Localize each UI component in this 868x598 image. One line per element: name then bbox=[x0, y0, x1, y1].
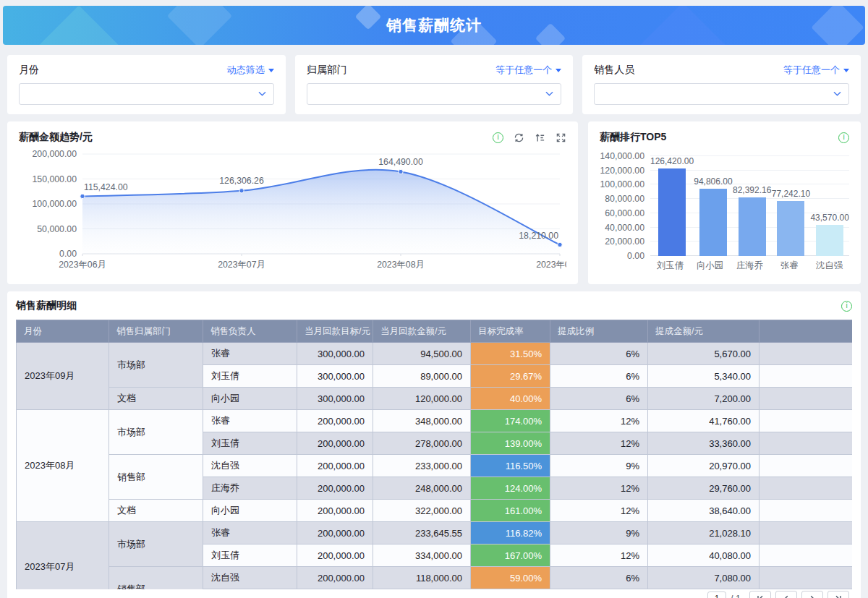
chevron-down-icon bbox=[258, 91, 266, 97]
completion-rate-badge: 124.00% bbox=[471, 477, 550, 499]
page-total-label: / 1 bbox=[731, 594, 741, 598]
department-filter-card: 归属部门 等于任意一个 bbox=[295, 55, 574, 114]
trend-chart-title: 薪酬金额趋势/元 bbox=[19, 131, 93, 144]
column-header: 销售负责人 bbox=[203, 320, 297, 343]
cell-target: 200,000.00 bbox=[297, 477, 373, 500]
bar-category-label: 刘玉倩 bbox=[650, 260, 690, 272]
page-number-input[interactable] bbox=[707, 591, 726, 598]
cell-target: 200,000.00 bbox=[297, 410, 373, 432]
filter-label: 销售人员 bbox=[594, 64, 634, 77]
cell-amount: 348,000.00 bbox=[373, 410, 471, 432]
cell-extra bbox=[760, 544, 853, 567]
x-tick-label: 2023年09月 bbox=[536, 260, 566, 270]
cell-extra bbox=[760, 567, 853, 589]
cell-month: 2023年07月 bbox=[17, 522, 109, 590]
y-tick-label: 140,000.00 bbox=[600, 151, 644, 161]
cell-commission: 7,200.00 bbox=[648, 388, 760, 410]
y-tick-label: 50,000.00 bbox=[37, 224, 77, 234]
bar[interactable] bbox=[658, 168, 686, 256]
cell-completion-rate: 139.00% bbox=[471, 432, 550, 455]
y-tick-label: 20,000.00 bbox=[605, 236, 644, 247]
info-icon[interactable]: i bbox=[841, 301, 852, 312]
next-page-button[interactable] bbox=[801, 591, 823, 598]
x-tick-label: 2023年07月 bbox=[218, 260, 265, 270]
table-row: 2023年07月市场部张睿200,000.00233,645.55116.82%… bbox=[17, 522, 853, 544]
cell-ratio: 12% bbox=[550, 432, 648, 455]
cell-commission: 5,340.00 bbox=[648, 365, 760, 388]
cell-commission: 38,640.00 bbox=[648, 500, 760, 522]
completion-rate-badge: 161.00% bbox=[471, 500, 550, 521]
trend-point bbox=[239, 189, 244, 193]
trend-point-label: 126,306.26 bbox=[219, 176, 264, 186]
trend-area bbox=[82, 170, 560, 254]
cell-person: 刘玉倩 bbox=[203, 432, 297, 455]
cell-amount: 233,645.55 bbox=[373, 522, 471, 544]
bar-value-label: 94,806.00 bbox=[694, 176, 732, 187]
last-page-button[interactable] bbox=[827, 591, 849, 598]
expand-icon[interactable] bbox=[556, 132, 566, 143]
trend-point-label: 18,210.00 bbox=[519, 231, 558, 241]
column-header: 销售归属部门 bbox=[109, 320, 203, 343]
cell-commission: 29,760.00 bbox=[648, 477, 760, 500]
table-header-row: 月份销售归属部门销售负责人当月回款目标/元当月回款金额/元目标完成率提成比例提成… bbox=[17, 320, 853, 343]
cell-target: 200,000.00 bbox=[297, 455, 373, 477]
cell-completion-rate: 40.00% bbox=[471, 388, 550, 410]
cell-amount: 334,000.00 bbox=[373, 544, 471, 567]
y-tick-label: 40,000.00 bbox=[605, 223, 644, 233]
chevron-down-icon bbox=[545, 91, 553, 97]
salesperson-filter-select[interactable] bbox=[594, 83, 849, 105]
refresh-icon[interactable] bbox=[514, 132, 524, 143]
filter-mode-dropdown[interactable]: 等于任意一个 bbox=[495, 64, 561, 77]
cell-commission: 41,760.00 bbox=[648, 410, 760, 432]
info-icon[interactable]: i bbox=[838, 132, 849, 143]
filters-row: 月份 动态筛选 归属部门 等于任意一个 销售人员 bbox=[7, 55, 861, 114]
completion-rate-badge: 29.67% bbox=[471, 365, 550, 387]
completion-rate-badge: 59.00% bbox=[471, 567, 550, 589]
bar-category-label: 向小园 bbox=[690, 260, 730, 272]
department-filter-select[interactable] bbox=[307, 83, 562, 105]
column-header: 目标完成率 bbox=[471, 320, 550, 343]
detail-table-title: 销售薪酬明细 bbox=[16, 299, 77, 312]
trend-chart-card: 薪酬金额趋势/元 i bbox=[7, 121, 578, 284]
column-header: 提成比例 bbox=[550, 320, 648, 343]
prev-page-button[interactable] bbox=[775, 591, 797, 598]
bar[interactable] bbox=[816, 225, 843, 256]
cell-person: 刘玉倩 bbox=[203, 365, 297, 388]
filter-label: 归属部门 bbox=[307, 64, 347, 77]
cell-extra bbox=[760, 500, 853, 522]
completion-rate-badge: 174.00% bbox=[471, 410, 550, 432]
bar[interactable] bbox=[739, 197, 766, 256]
detail-table-wrap: 月份销售归属部门销售负责人当月回款目标/元当月回款金额/元目标完成率提成比例提成… bbox=[16, 320, 852, 589]
bar[interactable] bbox=[699, 189, 727, 257]
cell-department: 市场部 bbox=[109, 343, 203, 388]
cell-month: 2023年08月 bbox=[17, 410, 109, 522]
cell-ratio: 12% bbox=[550, 477, 648, 500]
table-row: 销售部沈自强200,000.00233,000.00116.50%9%20,97… bbox=[17, 455, 853, 477]
month-filter-select[interactable] bbox=[19, 83, 274, 105]
cell-department: 文档 bbox=[109, 388, 203, 410]
last-page-icon bbox=[834, 594, 843, 598]
bar-value-label: 77,242.10 bbox=[772, 189, 810, 199]
filter-mode-dropdown[interactable]: 动态筛选 bbox=[227, 64, 274, 77]
charts-row: 薪酬金额趋势/元 i bbox=[7, 121, 861, 284]
page-banner: 销售薪酬统计 bbox=[3, 6, 865, 45]
bar[interactable] bbox=[777, 201, 804, 256]
cell-amount: 248,000.00 bbox=[373, 477, 471, 500]
info-icon[interactable]: i bbox=[493, 132, 503, 143]
chevron-left-icon bbox=[782, 594, 791, 598]
completion-rate-badge: 116.82% bbox=[471, 522, 550, 544]
cell-person: 向小园 bbox=[203, 388, 297, 410]
bar-slot: 94,806.00 bbox=[694, 156, 733, 256]
cell-person: 沈自强 bbox=[203, 455, 297, 477]
filter-mode-dropdown[interactable]: 等于任意一个 bbox=[783, 64, 849, 77]
column-header: 月份 bbox=[17, 320, 109, 343]
cell-person: 沈自强 bbox=[203, 567, 297, 589]
cell-extra bbox=[760, 388, 853, 410]
column-header: 当月回款金额/元 bbox=[373, 320, 471, 343]
sort-icon[interactable] bbox=[535, 132, 545, 143]
y-tick-label: 150,000.00 bbox=[32, 174, 77, 184]
caret-down-icon bbox=[268, 69, 274, 72]
trend-point bbox=[399, 169, 403, 174]
cell-target: 200,000.00 bbox=[297, 522, 373, 544]
first-page-button[interactable] bbox=[749, 591, 771, 598]
